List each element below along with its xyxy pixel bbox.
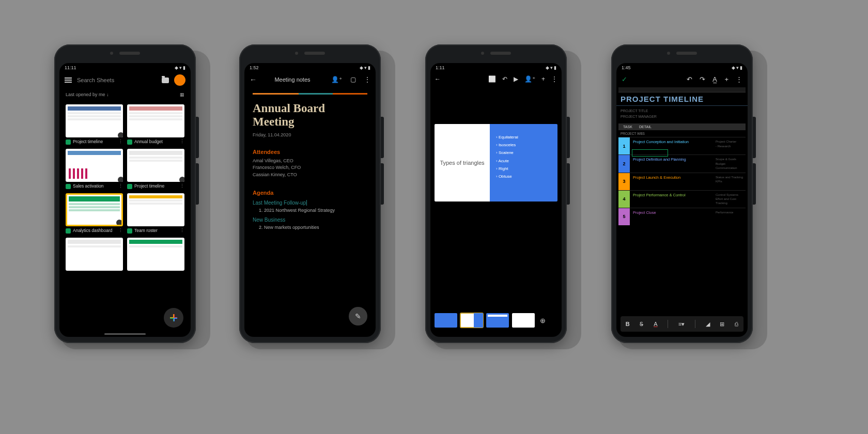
folder-icon[interactable] <box>162 78 169 83</box>
search-input[interactable]: Search Sheets <box>77 77 157 83</box>
view-grid-icon[interactable]: ▦ <box>180 92 184 97</box>
clock: 1:11 <box>436 65 445 70</box>
file-card[interactable]: Annual budget⋮ <box>127 104 184 145</box>
slide-thumb[interactable] <box>486 313 509 328</box>
more-icon[interactable]: ⋮ <box>180 184 184 189</box>
slide-thumb[interactable] <box>435 313 457 328</box>
table-row[interactable]: 5Project ClosePerformance <box>618 208 746 225</box>
list-item: 2. New markets opportunities <box>253 225 367 230</box>
sheets-icon <box>127 184 132 189</box>
clock: 1:52 <box>250 65 259 70</box>
wbs-label: PROJECT WBS <box>616 130 748 137</box>
status-bar: 1:52 ◆▾▮ <box>244 63 376 71</box>
status-bar: 11:11 ◆▾▮ <box>59 63 191 71</box>
row-title: Project Performance & Control <box>633 193 710 197</box>
sheets-icon <box>127 228 132 234</box>
file-name: Project timeline <box>134 184 164 189</box>
status-bar: 1:11 ◆▾▮ <box>430 63 562 71</box>
back-icon[interactable]: ← <box>435 75 441 83</box>
sheets-icon <box>66 140 71 145</box>
file-card[interactable]: Project timeline⋮ <box>66 104 123 145</box>
play-icon[interactable]: ▶ <box>514 75 518 83</box>
slide-thumb[interactable] <box>512 313 535 328</box>
done-icon[interactable]: ✓ <box>622 75 627 83</box>
comment-icon[interactable]: ▢ <box>350 76 356 83</box>
file-card[interactable]: Sales activation⋮ <box>66 149 123 189</box>
file-card[interactable]: Team roster⋮ <box>127 193 184 234</box>
cast-icon[interactable]: ⬜ <box>488 75 496 83</box>
merge-icon[interactable]: ⊞ <box>720 321 724 328</box>
gesture-bar <box>104 333 146 335</box>
more-icon[interactable]: ⋮ <box>180 140 184 144</box>
more-icon[interactable]: ⋮ <box>118 140 123 144</box>
row-number: 2 <box>618 155 630 172</box>
add-icon[interactable]: + <box>541 75 545 83</box>
table-row[interactable]: 2Project Definition and PlanningScope & … <box>618 154 746 172</box>
share-icon[interactable]: 👤⁺ <box>331 76 342 83</box>
slide-canvas[interactable]: Types of triangles EquilateralIsoscelesS… <box>435 124 557 202</box>
cell-selection <box>632 149 668 157</box>
insert-icon[interactable]: ⎙ <box>735 321 738 327</box>
row-title: Project Definition and Planning <box>633 157 710 162</box>
undo-icon[interactable]: ↶ <box>687 75 692 83</box>
create-fab[interactable] <box>164 308 183 328</box>
file-name: Sales activation <box>73 184 104 189</box>
row-number: 4 <box>618 191 630 208</box>
sheets-icon <box>66 184 71 189</box>
row-detail: Status and TrackingKPIs <box>714 173 746 190</box>
table-row[interactable]: 4Project Performance & ControlControl Sy… <box>618 190 746 208</box>
doc-title: Meeting notes <box>262 76 323 83</box>
slide-bullets: EquilateralIsoscelesScaleneAcuteRightObt… <box>490 124 557 202</box>
row-detail: Performance <box>714 208 746 225</box>
document-body[interactable]: Annual Board Meeting Friday, 11.04.2020 … <box>244 88 376 235</box>
bold-icon[interactable]: B <box>626 321 630 327</box>
attendees-list: Amal Villegas, CEO Francesco Welch, CFO … <box>253 158 367 179</box>
more-icon[interactable]: ⋮ <box>364 76 370 83</box>
redo-icon[interactable]: ↷ <box>700 75 705 83</box>
file-name: Team roster <box>134 228 158 233</box>
add-slide-icon[interactable]: ⊕ <box>538 317 547 324</box>
menu-icon[interactable] <box>65 78 72 83</box>
file-card[interactable] <box>66 238 123 271</box>
phone-docs-editor: 1:52 ◆▾▮ ← Meeting notes 👤⁺ ▢ ⋮ Annual B… <box>239 44 381 343</box>
more-icon[interactable]: ⋮ <box>551 75 557 83</box>
file-name: Annual budget <box>134 140 163 144</box>
table-row[interactable]: 3Project Launch & ExecutionStatus and Tr… <box>618 173 746 190</box>
status-bar: 1:45 ◆▾▮ <box>616 63 748 71</box>
column-ruler <box>618 87 746 92</box>
phone-slides-editor: 1:11 ◆▾▮ ← ⬜ ↶ ▶ 👤⁺ + ⋮ Types of triangl… <box>425 44 567 343</box>
strike-icon[interactable]: S̶ <box>640 321 643 328</box>
row-number: 5 <box>618 208 630 225</box>
sheet-title: PROJECT TIMELINE <box>616 92 748 106</box>
row-detail: Scope & GoalsBudgetCommunication <box>714 155 746 172</box>
undo-icon[interactable]: ↶ <box>502 75 507 83</box>
format-toolbar: B S̶ A ≡▾ ◢ ⊞ ⎙ <box>621 316 743 332</box>
share-icon[interactable]: 👤⁺ <box>524 75 535 83</box>
more-icon[interactable]: ⋮ <box>736 75 742 83</box>
align-icon[interactable]: ≡▾ <box>678 321 685 328</box>
more-icon[interactable]: ⋮ <box>180 228 184 233</box>
add-icon[interactable]: + <box>724 75 729 83</box>
file-card[interactable]: Analytics dashboard⋮ <box>66 193 123 234</box>
row-number: 1 <box>618 137 630 154</box>
more-icon[interactable]: ⋮ <box>118 228 123 233</box>
edit-fab[interactable]: ✎ <box>349 307 367 326</box>
sort-label[interactable]: Last opened by me ↓ <box>66 92 109 97</box>
sheets-icon <box>66 228 71 234</box>
row-detail: Project Charter- Research <box>714 137 746 154</box>
fill-color-icon[interactable]: ◢ <box>706 321 710 328</box>
sub-heading: Last Meeting Follow-up <box>253 200 307 206</box>
row-detail: Control SystemsEffort and Cost Tracking <box>714 191 746 208</box>
file-card[interactable]: Project timeline⋮ <box>127 149 184 189</box>
avatar[interactable] <box>174 74 185 86</box>
phone-sheets-editor: 1:45 ◆▾▮ ✓ ↶ ↷ A̲ + ⋮ PROJECT TIMELINE P… <box>611 44 753 343</box>
format-icon[interactable]: A̲ <box>712 75 717 83</box>
sheet-meta: PROJECT TITLEPROJECT MANAGER <box>616 106 748 123</box>
plus-icon <box>170 314 177 321</box>
more-icon[interactable]: ⋮ <box>118 184 123 189</box>
file-card[interactable] <box>127 238 184 271</box>
slide-title: Types of triangles <box>440 159 484 166</box>
text-color-icon[interactable]: A <box>654 321 657 327</box>
slide-thumb-active[interactable] <box>460 313 483 328</box>
back-icon[interactable]: ← <box>250 75 257 84</box>
